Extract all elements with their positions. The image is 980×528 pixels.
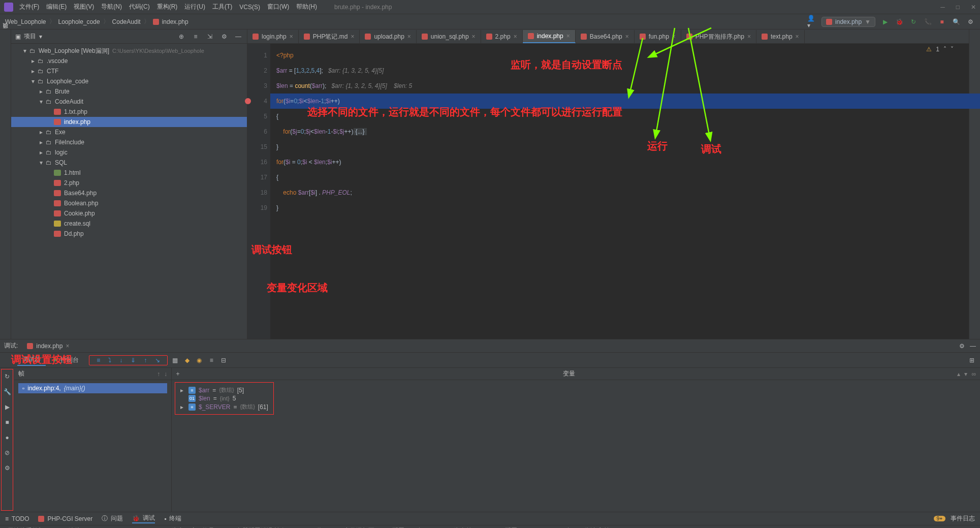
tree-node-Web_Loophole [Web漏洞][interactable]: ▾🗀Web_Loophole [Web漏洞]C:\Users\YK\Deskto…	[11, 46, 247, 56]
listen-icon[interactable]: 📞	[923, 17, 932, 26]
coverage-icon[interactable]: ↻	[909, 17, 918, 26]
user-icon[interactable]: 👤▾	[807, 17, 816, 26]
down-arrow-icon[interactable]: ˅	[951, 46, 954, 53]
tree-arrow-icon[interactable]: ▾	[40, 159, 46, 166]
layout-icon[interactable]: ⊞	[967, 355, 977, 365]
variable-row[interactable]: ▸≡ $_SERVER = {数组} [61]	[180, 402, 268, 411]
editor-tab-Base64.php[interactable]: Base64.php×	[576, 30, 635, 43]
tree-arrow-icon[interactable]: ▸	[31, 57, 38, 65]
evaluate-icon[interactable]: ▦	[170, 355, 180, 365]
settings-icon[interactable]: ⚙	[2, 463, 12, 473]
editor-tab-index.php[interactable]: index.php×	[523, 30, 576, 43]
tree-arrow-icon[interactable]: ▸	[31, 68, 38, 75]
tree-node-Dd.php[interactable]: Dd.php	[11, 229, 247, 239]
tree-node-FileInclude[interactable]: ▸🗀FileInclude	[11, 137, 247, 147]
menu-help[interactable]: 帮助(H)	[296, 3, 317, 11]
inspection-widget[interactable]: ⚠1 ˄ ˅	[926, 46, 954, 53]
problems-tab[interactable]: ⓘ 问题	[102, 514, 123, 523]
crumb-file[interactable]: index.php	[162, 18, 188, 25]
editor-tab-login.php[interactable]: login.php×	[247, 30, 299, 43]
tree-node-Brute[interactable]: ▸🗀Brute	[11, 86, 247, 97]
close-tab-icon[interactable]: ×	[625, 33, 629, 40]
mute-breakpoints-icon[interactable]: ⊘	[2, 448, 12, 458]
force-step-into-icon[interactable]: ⇓	[129, 356, 138, 365]
expand-icon[interactable]: ▸	[180, 387, 185, 394]
maximize-icon[interactable]: □	[956, 4, 960, 11]
tree-node-Cookie.php[interactable]: Cookie.php	[11, 208, 247, 219]
close-tab-icon[interactable]: ×	[472, 33, 476, 40]
tree-node-2.php[interactable]: 2.php	[11, 178, 247, 188]
locate-icon[interactable]: ⊕	[177, 32, 186, 41]
editor-tab-PHP冒泡排序.php[interactable]: PHP冒泡排序.php×	[681, 30, 756, 43]
search-icon[interactable]: 🔍	[952, 17, 961, 26]
step-over-icon[interactable]: ⤵	[106, 356, 113, 365]
next-frame-icon[interactable]: ↓	[164, 370, 167, 378]
close-tab-icon[interactable]: ×	[514, 33, 517, 40]
variable-row[interactable]: ▸≡ $arr = {数组} [5]	[180, 386, 268, 394]
menu-file[interactable]: 文件(F)	[19, 3, 39, 11]
event-log-tab[interactable]: 事件日志	[951, 514, 975, 523]
hide-icon[interactable]: ―	[970, 343, 976, 350]
breakpoint-icon[interactable]	[245, 98, 251, 104]
step-out-icon[interactable]: ↑	[142, 356, 149, 365]
menu-tools[interactable]: 工具(T)	[212, 3, 232, 11]
hide-icon[interactable]: ―	[234, 32, 243, 41]
settings-icon[interactable]: ≡	[206, 355, 216, 365]
close-tab-icon[interactable]: ×	[672, 33, 676, 40]
menu-vcs[interactable]: VCS(S)	[239, 4, 260, 11]
expand-icon[interactable]: ≡	[191, 32, 200, 41]
run-icon[interactable]: ▶	[880, 17, 890, 26]
line-number[interactable]: 4	[247, 94, 267, 109]
code-fold[interactable]: {...}	[354, 128, 367, 135]
rerun-icon[interactable]: ↻	[2, 371, 12, 382]
link-icon[interactable]: ∞	[971, 370, 976, 378]
editor-tab-fun.php[interactable]: fun.php×	[635, 30, 681, 43]
tree-node-Exe[interactable]: ▸🗀Exe	[11, 127, 247, 137]
close-icon[interactable]: ×	[66, 343, 69, 350]
debug-icon[interactable]: 🐞	[895, 17, 904, 26]
stop-icon[interactable]: ■	[937, 17, 946, 26]
menu-run[interactable]: 运行(U)	[184, 3, 205, 11]
prev-frame-icon[interactable]: ↑	[157, 370, 160, 378]
crumb-1[interactable]: Loophole_code	[58, 18, 100, 25]
tree-node-CodeAudit[interactable]: ▾🗀CodeAudit	[11, 97, 247, 107]
php-cgi-tab[interactable]: PHP-CGI Server	[38, 515, 92, 522]
editor-tab-PHP笔记.md[interactable]: PHP笔记.md×	[299, 30, 360, 43]
crumb-root[interactable]: Web_Loophole	[5, 18, 46, 25]
up-icon[interactable]: ▴	[957, 370, 960, 378]
modify-icon[interactable]: 🔧	[2, 387, 12, 397]
terminal-tab[interactable]: ▪ 终端	[164, 514, 181, 523]
close-tab-icon[interactable]: ×	[796, 33, 799, 40]
settings-icon[interactable]: ⚙	[966, 17, 975, 26]
tree-arrow-icon[interactable]: ▾	[31, 78, 38, 85]
close-tab-icon[interactable]: ×	[407, 33, 411, 40]
variable-row[interactable]: 01 $len = {int} 5	[180, 394, 268, 402]
tree-node-SQL[interactable]: ▾🗀SQL	[11, 158, 247, 168]
stack-frame[interactable]: ▫ index.php:4, {main}()	[18, 383, 167, 393]
resume-icon[interactable]: ▶	[2, 402, 12, 412]
tree-arrow-icon[interactable]: ▾	[40, 98, 46, 105]
tree-arrow-icon[interactable]: ▸	[40, 88, 46, 95]
minimize-icon[interactable]: ─	[940, 4, 945, 11]
editor-tab-union_sql.php[interactable]: union_sql.php×	[417, 30, 481, 43]
crumb-2[interactable]: CodeAudit	[112, 18, 141, 25]
step-into-icon[interactable]: ↓	[117, 356, 124, 365]
gear-icon[interactable]: ⚙	[219, 32, 229, 41]
menu-edit[interactable]: 编辑(E)	[46, 3, 67, 11]
tree-node-logic[interactable]: ▸🗀logic	[11, 147, 247, 158]
tree-node-index.php[interactable]: index.php	[11, 117, 247, 127]
add-watch-icon[interactable]: ＋	[175, 369, 181, 378]
trace-icon[interactable]: ◆	[182, 355, 192, 365]
tree-node-Base64.php[interactable]: Base64.php	[11, 188, 247, 198]
menu-navigate[interactable]: 导航(N)	[101, 3, 122, 11]
run-configuration-selector[interactable]: index.php ▼	[821, 17, 875, 27]
tree-node-Loophole_code[interactable]: ▾🗀Loophole_code	[11, 76, 247, 86]
debug-session-tab[interactable]: index.php ×	[23, 341, 73, 351]
menu-code[interactable]: 代码(C)	[129, 3, 150, 11]
close-tab-icon[interactable]: ×	[351, 33, 354, 40]
tree-arrow-icon[interactable]: ▸	[40, 129, 46, 136]
pin-icon[interactable]: ⊟	[218, 355, 229, 365]
tree-node-1.txt.php[interactable]: 1.txt.php	[11, 107, 247, 117]
show-execution-icon[interactable]: ≡	[94, 356, 102, 365]
tree-node-create.sql[interactable]: create.sql	[11, 219, 247, 229]
